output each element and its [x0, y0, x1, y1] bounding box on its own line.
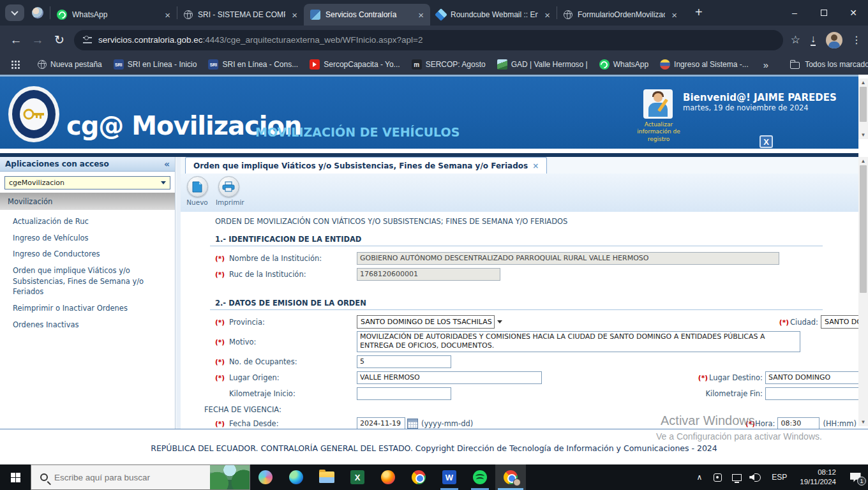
update-registry-link[interactable]: Actualizar información de registro: [636, 121, 682, 143]
hora-desde-input[interactable]: [777, 417, 819, 430]
pinned-tab-favicon[interactable]: [32, 7, 43, 19]
logout-close-button[interactable]: X: [760, 135, 773, 148]
application-select[interactable]: cgeMovilizacion: [4, 176, 170, 189]
tab-close-icon[interactable]: ×: [290, 10, 299, 20]
nombre-institucion-input[interactable]: [357, 252, 779, 265]
browser-menu-icon[interactable]: ⋮: [851, 34, 862, 46]
taskbar-chrome-active-button[interactable]: [495, 464, 526, 490]
lugar-origen-input[interactable]: [357, 371, 542, 384]
forward-button[interactable]: →: [27, 33, 49, 47]
taskbar-copilot-button[interactable]: [250, 464, 281, 490]
taskbar-search-input[interactable]: [54, 473, 188, 482]
taskbar-edge-button[interactable]: [281, 464, 311, 490]
tab-servicios-contraloria[interactable]: Servicios Contraloría ×: [304, 4, 430, 26]
sidebar-item-ordenes-inactivas[interactable]: Ordenes Inactivas: [13, 320, 167, 330]
header-scrollbar[interactable]: ▲ ▼: [858, 78, 868, 139]
bookmark-star-icon[interactable]: ☆: [791, 33, 800, 47]
user-avatar[interactable]: [643, 89, 673, 119]
nuevo-button[interactable]: Nuevo: [184, 176, 210, 206]
calendar-icon[interactable]: [407, 419, 418, 429]
bookmark-sri-inicio[interactable]: SRISRI en Línea - Inicio: [114, 59, 197, 70]
km-inicio-input[interactable]: [357, 387, 451, 400]
sidebar-collapse-icon[interactable]: «: [164, 159, 170, 169]
km-fin-input[interactable]: [765, 387, 861, 400]
site-info-icon[interactable]: [83, 37, 92, 43]
taskbar-search[interactable]: [31, 464, 250, 490]
tab-close-icon[interactable]: ×: [543, 10, 551, 20]
network-icon[interactable]: [727, 464, 746, 490]
scroll-up-icon[interactable]: ▲: [861, 157, 866, 165]
sidebar-splitter[interactable]: [176, 157, 181, 429]
sidebar-item-actualizacion-ruc[interactable]: Actualización de Ruc: [13, 216, 167, 227]
sidebar-item-reimprimir-ordenes[interactable]: Reimprimir o Inactivar Ordenes: [13, 303, 167, 314]
content-tab-close-icon[interactable]: ×: [532, 161, 539, 170]
tab-roundcube[interactable]: Roundcube Webmail :: Ent ×: [430, 4, 557, 26]
sidebar-item-ingreso-conductores[interactable]: Ingreso de Conductores: [13, 249, 167, 260]
required-marker: (*): [215, 358, 229, 366]
content-tab-row: Orden que implique Viáticos y/o Subsiste…: [181, 157, 858, 174]
taskbar-spotify-button[interactable]: [465, 464, 495, 490]
bookmark-nueva-pestana[interactable]: Nueva pestaña: [38, 60, 102, 69]
window-close-button[interactable]: ✕: [839, 0, 868, 26]
tab-search-button[interactable]: [5, 4, 24, 21]
row-kilometraje: Kilometraje Inicio: Kilometraje Fin:: [215, 387, 853, 400]
back-button[interactable]: ←: [5, 33, 27, 47]
taskbar-chrome-button[interactable]: [403, 464, 434, 490]
search-highlight-image[interactable]: [210, 465, 250, 489]
provincia-select[interactable]: SANTO DOMINGO DE LOS TSACHILAS: [357, 315, 495, 329]
sidebar-item-ingreso-vehiculos[interactable]: Ingreso de Vehículos: [13, 233, 167, 244]
motivo-textarea[interactable]: MOVILIZACIÓN DE AUTORIDADES Y COMISIONES…: [357, 331, 800, 352]
notification-center-button[interactable]: 1: [842, 464, 868, 490]
bookmark-sri-consultas[interactable]: SRISRI en Línea - Cons...: [208, 59, 298, 70]
fecha-desde-input[interactable]: [357, 417, 405, 430]
all-bookmarks-button[interactable]: Todos los marcadores: [790, 60, 868, 69]
tray-expand-chevron[interactable]: ∧: [691, 473, 708, 482]
url-path: :4443/cge_arquitecturaexterna_web/WFInic…: [203, 35, 423, 45]
bookmark-whatsapp[interactable]: WhatsApp: [599, 59, 648, 70]
address-bar[interactable]: servicios.contraloria.gob.ec :4443/cge_a…: [74, 30, 783, 50]
window-minimize-button[interactable]: –: [780, 0, 809, 26]
language-indicator[interactable]: ESP: [765, 473, 793, 482]
taskbar-word-button[interactable]: W: [434, 464, 465, 490]
lugar-destino-input[interactable]: [765, 371, 868, 384]
tab-formulario[interactable]: FormularioOrdenMovilizac ×: [557, 4, 684, 26]
sidebar-group-movilizacion[interactable]: Movilización: [0, 193, 175, 210]
ruc-institucion-input[interactable]: [357, 268, 500, 281]
content-scrollbar[interactable]: ▲ ▼: [858, 157, 868, 426]
bookmark-sercopcapacita[interactable]: SercopCapacita - Yo...: [310, 59, 400, 70]
bookmark-sercop-agosto[interactable]: mSERCOP: Agosto: [412, 59, 486, 70]
start-button[interactable]: [0, 464, 31, 490]
scroll-down-icon[interactable]: ▼: [861, 418, 866, 426]
content-tab-orden[interactable]: Orden que implique Viáticos y/o Subsiste…: [185, 157, 547, 174]
scrollbar-thumb[interactable]: [860, 165, 867, 293]
volume-icon[interactable]: [746, 464, 765, 490]
required-marker: (*): [698, 374, 708, 382]
folder-icon: [790, 62, 800, 69]
tab-close-icon[interactable]: ×: [163, 10, 172, 20]
tray-app-icon[interactable]: [708, 464, 727, 490]
bookmark-gad-valle-hermoso[interactable]: GAD | Valle Hermoso |: [497, 59, 588, 70]
scroll-down-icon[interactable]: ▼: [861, 131, 866, 139]
taskbar-excel-button[interactable]: X: [342, 464, 373, 490]
taskbar-clock[interactable]: 08:12 19/11/2024: [793, 468, 842, 487]
window-maximize-button[interactable]: [809, 0, 839, 26]
reload-button[interactable]: ↻: [49, 33, 70, 47]
new-tab-button[interactable]: +: [690, 5, 708, 20]
bookmark-ingreso-sistema[interactable]: Ingreso al Sistema -...: [660, 59, 749, 70]
tab-close-icon[interactable]: ×: [670, 10, 678, 20]
taskbar-firefox-button[interactable]: [373, 464, 403, 490]
bookmarks-overflow-chevron[interactable]: »: [763, 59, 768, 70]
tab-close-icon[interactable]: ×: [417, 10, 425, 20]
taskbar-explorer-button[interactable]: [311, 464, 342, 490]
profile-avatar[interactable]: [826, 32, 842, 48]
scrollbar-thumb[interactable]: [860, 87, 867, 122]
required-marker: (*): [215, 255, 229, 262]
scroll-up-icon[interactable]: ▲: [861, 78, 866, 87]
ocupantes-input[interactable]: [357, 355, 451, 368]
browser-toolbar: ← → ↻ servicios.contraloria.gob.ec :4443…: [0, 26, 868, 54]
downloads-icon[interactable]: ↓: [811, 34, 816, 46]
tab-sri[interactable]: SRI - SISTEMA DE COMPRO ×: [177, 4, 304, 26]
imprimir-button[interactable]: Imprimir: [216, 176, 241, 206]
tab-whatsapp[interactable]: WhatsApp ×: [50, 4, 177, 26]
sidebar-item-orden-viaticos[interactable]: Orden que implique Viáticos y/o Subsiste…: [13, 265, 167, 297]
